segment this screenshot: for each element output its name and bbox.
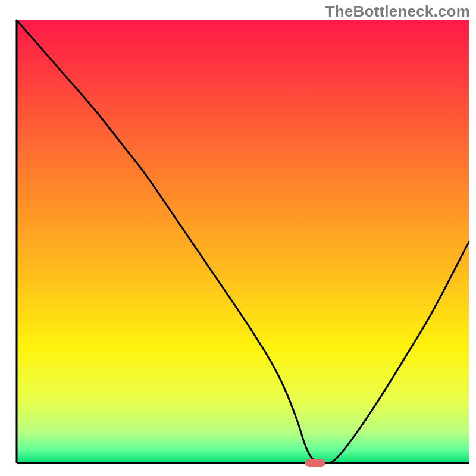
plot-background [17, 20, 469, 463]
optimal-marker [305, 459, 325, 467]
bottleneck-chart: TheBottleneck.com [0, 0, 476, 476]
watermark-text: TheBottleneck.com [325, 2, 470, 21]
plot-svg [0, 0, 476, 476]
